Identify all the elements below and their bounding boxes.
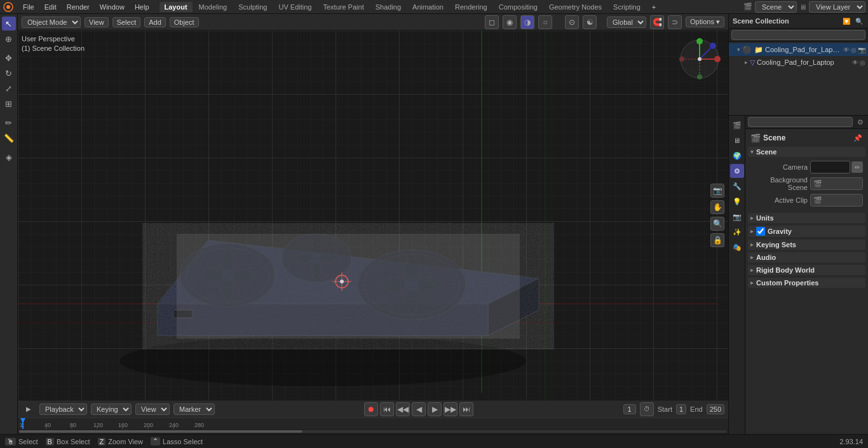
select-menu-btn[interactable]: Select	[112, 17, 141, 27]
prop-section-custom-properties-header[interactable]: ▸ Custom Properties	[748, 278, 865, 288]
marker-dropdown[interactable]: Marker	[173, 404, 215, 415]
camera-edit-btn[interactable]: ✏	[851, 161, 863, 173]
playback-next-frame-btn[interactable]: ▶▶	[444, 402, 458, 416]
scene-selector[interactable]: Scene	[755, 1, 797, 13]
properties-search-input[interactable]	[748, 117, 853, 127]
tool-annotate[interactable]: ✏	[2, 116, 16, 130]
outliner-row-0-selectability[interactable]: ◎	[851, 46, 857, 53]
view-dropdown[interactable]: View	[135, 404, 170, 415]
prop-icon-physics[interactable]: 🎭	[730, 240, 744, 254]
tool-measure[interactable]: 📏	[2, 131, 16, 145]
viewport-tool-lock[interactable]: 🔒	[710, 233, 724, 247]
prop-icon-render[interactable]: 🎬	[730, 118, 744, 132]
tab-uv-editing[interactable]: UV Editing	[274, 2, 317, 12]
prop-icon-scene[interactable]: ⚙	[730, 164, 744, 178]
tool-rotate[interactable]: ↻	[2, 66, 16, 80]
snap-btn[interactable]: 🧲	[650, 15, 664, 29]
gravity-checkbox[interactable]	[756, 227, 765, 236]
viewport-shading-material[interactable]: ◑	[520, 15, 534, 29]
tool-add[interactable]: ◈	[2, 150, 16, 164]
menu-file[interactable]: File	[18, 2, 39, 12]
prop-section-gravity-header[interactable]: ▸ Gravity	[748, 226, 865, 237]
add-workspace-button[interactable]: +	[647, 2, 661, 12]
menu-edit[interactable]: Edit	[39, 2, 62, 12]
tab-compositing[interactable]: Compositing	[494, 2, 543, 12]
prop-section-audio-header[interactable]: ▸ Audio	[748, 252, 865, 262]
menu-help[interactable]: Help	[130, 2, 154, 12]
object-mode-dropdown[interactable]: Object Mode	[22, 17, 81, 28]
viewport-tool-hand[interactable]: ✋	[710, 200, 724, 214]
playback-prev-frame-btn[interactable]: ◀◀	[396, 402, 410, 416]
outliner-row-0[interactable]: ▾ ⚫ 📁 Cooling_Pad_for_Laptop_001 👁 ◎ 📷	[729, 43, 868, 56]
tool-cursor[interactable]: ⊕	[2, 32, 16, 46]
outliner-row-1-expand[interactable]: ▸	[745, 59, 748, 65]
viewport-shading-wire[interactable]: ◻	[485, 15, 499, 29]
outliner-row-0-render[interactable]: 📷	[858, 46, 865, 53]
add-menu-btn[interactable]: Add	[144, 17, 166, 27]
view-menu-btn[interactable]: View	[85, 17, 109, 27]
camera-field[interactable]	[810, 161, 850, 173]
view-layer-selector[interactable]: View Layer	[809, 1, 865, 13]
tool-select[interactable]: ↖	[2, 17, 16, 31]
prop-icon-output[interactable]: 🖥	[730, 133, 744, 147]
prop-icon-particles[interactable]: ✨	[730, 225, 744, 239]
outliner-row-1-selectability[interactable]: ◎	[860, 59, 865, 66]
options-btn[interactable]: Options ▾	[686, 17, 724, 27]
outliner-row-0-expand[interactable]: ▾	[737, 46, 740, 53]
playback-jump-end-btn[interactable]: ⏭	[459, 402, 473, 416]
menu-render[interactable]: Render	[62, 2, 95, 12]
prop-icon-view-layer[interactable]: 🌍	[730, 149, 744, 163]
background-scene-field[interactable]: 🎬	[810, 177, 863, 190]
tab-layout[interactable]: Layout	[159, 2, 193, 12]
outliner-row-1-visibility[interactable]: 👁	[852, 59, 858, 66]
playback-record-btn[interactable]: ⏺	[364, 402, 378, 416]
tab-rendering[interactable]: Rendering	[450, 2, 492, 12]
prop-icon-world[interactable]: 🔧	[730, 179, 744, 193]
outliner-search-input[interactable]	[731, 30, 865, 40]
tab-modeling[interactable]: Modeling	[194, 2, 233, 12]
navigation-gizmo[interactable]: Y X Z	[677, 37, 722, 81]
outliner-search-btn[interactable]: 🔍	[854, 16, 864, 26]
tool-transform[interactable]: ⊞	[2, 97, 16, 111]
prop-icon-object[interactable]: 💡	[730, 194, 744, 208]
prop-section-rigid-body-world-header[interactable]: ▸ Rigid Body World	[748, 265, 865, 275]
prop-section-scene-header[interactable]: ▾ Scene	[748, 147, 865, 157]
playback-dropdown[interactable]: Playback	[39, 404, 87, 415]
current-frame-display[interactable]: 1	[623, 404, 636, 414]
timeline-scrollbar[interactable]	[18, 429, 728, 434]
outliner-row-0-visibility[interactable]: 👁	[843, 46, 850, 53]
tab-shading[interactable]: Shading	[370, 2, 406, 12]
end-frame-input[interactable]: 250	[707, 404, 724, 414]
tab-texture-paint[interactable]: Texture Paint	[318, 2, 369, 12]
prop-section-units-header[interactable]: ▸ Units	[748, 213, 865, 223]
active-clip-field[interactable]: 🎬	[810, 194, 863, 207]
object-menu-btn[interactable]: Object	[170, 17, 199, 27]
fps-btn[interactable]: ⏱	[640, 402, 654, 416]
viewport-tool-zoom[interactable]: 🔍	[710, 217, 724, 231]
viewport-3d[interactable]: User Perspective (1) Scene Collection Y …	[18, 31, 728, 400]
viewport-shading-solid[interactable]: ◉	[503, 15, 517, 29]
prop-icon-modifier[interactable]: 📷	[730, 210, 744, 224]
outliner-filter-btn[interactable]: 🔽	[841, 16, 851, 26]
tab-sculpting[interactable]: Sculpting	[233, 2, 272, 12]
outliner-row-1[interactable]: ▸ ▽ Cooling_Pad_for_Laptop 👁 ◎	[729, 56, 868, 69]
viewport-tool-camera[interactable]: 📷	[710, 184, 724, 198]
tool-move[interactable]: ✥	[2, 51, 16, 65]
viewport-shading-render[interactable]: ○	[538, 15, 552, 29]
scene-pin-btn[interactable]: 📌	[853, 133, 863, 143]
menu-window[interactable]: Window	[95, 2, 130, 12]
prop-settings-btn[interactable]: ⚙	[855, 117, 865, 127]
tab-scripting[interactable]: Scripting	[608, 2, 646, 12]
tab-animation[interactable]: Animation	[407, 2, 449, 12]
viewport-gizmo-btn[interactable]: ☯	[583, 15, 597, 29]
viewport-overlay-btn[interactable]: ⊙	[565, 15, 579, 29]
tab-geometry-nodes[interactable]: Geometry Nodes	[544, 2, 607, 12]
playback-reverse-btn[interactable]: ◀	[412, 402, 426, 416]
pivot-point-dropdown[interactable]: Global	[607, 17, 646, 28]
tool-scale[interactable]: ⤢	[2, 81, 16, 95]
prop-section-keying-sets-header[interactable]: ▸ Keying Sets	[748, 240, 865, 250]
playback-play-btn[interactable]: ▶	[428, 402, 442, 416]
start-frame-input[interactable]: 1	[676, 404, 686, 414]
keying-dropdown[interactable]: Keying	[91, 404, 132, 415]
proportional-edit-btn[interactable]: ⊃	[668, 15, 682, 29]
